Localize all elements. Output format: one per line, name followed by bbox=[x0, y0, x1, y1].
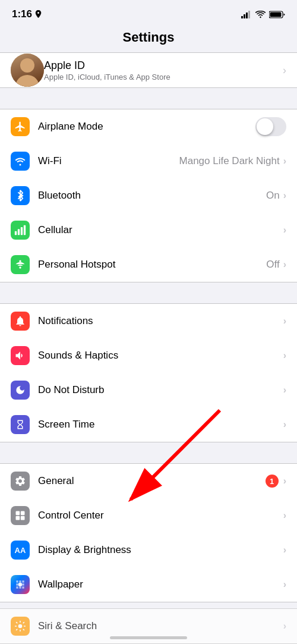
dnd-chevron: › bbox=[283, 385, 286, 395]
sounds-row[interactable]: Sounds & Haptics › bbox=[0, 338, 297, 373]
svg-rect-18 bbox=[16, 516, 20, 520]
svg-rect-19 bbox=[21, 516, 25, 520]
bluetooth-value: On bbox=[266, 190, 280, 202]
wallpaper-row[interactable]: Wallpaper › bbox=[0, 567, 297, 602]
sounds-icon-box bbox=[11, 346, 30, 365]
display-brightness-label: Display & Brightness bbox=[38, 544, 283, 556]
wifi-label: Wi-Fi bbox=[38, 155, 179, 167]
wallpaper-label: Wallpaper bbox=[38, 579, 283, 590]
cellular-row[interactable]: Cellular › bbox=[0, 213, 297, 247]
cellular-chevron: › bbox=[283, 225, 286, 235]
wallpaper-icon bbox=[14, 579, 26, 590]
screen-time-row[interactable]: Screen Time › bbox=[0, 407, 297, 442]
divider-1 bbox=[0, 88, 297, 109]
svg-point-13 bbox=[19, 266, 21, 268]
general-badge: 1 bbox=[266, 475, 279, 488]
notifications-icon-box bbox=[11, 312, 30, 331]
hotspot-value: Off bbox=[266, 259, 279, 271]
profile-subtitle: Apple ID, iCloud, iTunes & App Store bbox=[44, 73, 283, 81]
wifi-icon bbox=[255, 11, 266, 18]
hotspot-icon-box bbox=[11, 255, 30, 274]
sounds-icon bbox=[14, 350, 26, 362]
general-chevron: › bbox=[283, 476, 286, 486]
moon-icon bbox=[15, 385, 26, 395]
svg-point-5 bbox=[260, 16, 261, 17]
airplane-mode-row[interactable]: Airplane Mode bbox=[0, 109, 297, 144]
control-center-icon-box bbox=[11, 506, 30, 525]
airplane-mode-icon-box bbox=[11, 117, 30, 136]
general-icon-box bbox=[11, 472, 30, 491]
wifi-icon-box bbox=[11, 152, 30, 171]
hotspot-label: Personal Hotspot bbox=[38, 259, 266, 271]
home-indicator bbox=[110, 636, 187, 639]
location-icon bbox=[35, 10, 42, 18]
svg-rect-7 bbox=[270, 12, 282, 17]
wifi-chevron: › bbox=[283, 156, 286, 167]
wallpaper-icon-box bbox=[11, 575, 30, 594]
hotspot-chevron: › bbox=[283, 259, 286, 270]
bluetooth-icon bbox=[16, 190, 24, 202]
status-bar: 1:16 bbox=[0, 0, 297, 24]
battery-icon bbox=[269, 11, 285, 18]
wifi-settings-icon bbox=[14, 156, 26, 166]
cellular-label: Cellular bbox=[38, 224, 283, 236]
control-center-chevron: › bbox=[283, 510, 286, 521]
hotspot-icon bbox=[14, 259, 26, 271]
status-time: 1:16 bbox=[12, 8, 42, 20]
screen-time-chevron: › bbox=[283, 419, 286, 430]
screen-time-icon-box bbox=[11, 415, 30, 434]
svg-rect-17 bbox=[21, 511, 25, 516]
profile-row[interactable]: Apple ID Apple ID, iCloud, iTunes & App … bbox=[0, 53, 297, 87]
avatar bbox=[11, 54, 44, 87]
bluetooth-row[interactable]: Bluetooth On › bbox=[0, 178, 297, 213]
signal-icon bbox=[241, 11, 252, 18]
general-row[interactable]: General 1 › bbox=[0, 464, 297, 498]
sounds-label: Sounds & Haptics bbox=[38, 350, 283, 362]
airplane-mode-toggle[interactable] bbox=[255, 117, 286, 136]
hotspot-row[interactable]: Personal Hotspot Off › bbox=[0, 247, 297, 282]
dnd-row[interactable]: Do Not Disturb › bbox=[0, 373, 297, 407]
status-icons bbox=[241, 11, 285, 18]
wifi-row[interactable]: Wi-Fi Mango Life Dark Night › bbox=[0, 144, 297, 178]
wallpaper-chevron: › bbox=[283, 579, 286, 590]
dnd-label: Do Not Disturb bbox=[38, 384, 283, 396]
svg-rect-12 bbox=[24, 225, 26, 235]
profile-name: Apple ID bbox=[44, 59, 283, 72]
page-title: Settings bbox=[0, 24, 297, 52]
system-group: Notifications › Sounds & Haptics › Do No… bbox=[0, 303, 297, 442]
svg-rect-3 bbox=[246, 12, 248, 18]
dnd-icon-box bbox=[11, 381, 30, 400]
screen-time-label: Screen Time bbox=[38, 419, 283, 431]
control-center-icon bbox=[14, 510, 26, 522]
svg-point-0 bbox=[37, 12, 39, 14]
display-brightness-chevron: › bbox=[283, 545, 286, 555]
control-center-row[interactable]: Control Center › bbox=[0, 498, 297, 533]
time-display: 1:16 bbox=[12, 8, 32, 20]
svg-rect-1 bbox=[241, 16, 243, 18]
bluetooth-chevron: › bbox=[283, 190, 286, 201]
hourglass-icon bbox=[15, 419, 26, 431]
display-icon-box: AA bbox=[11, 541, 30, 560]
partial-icon-box bbox=[11, 617, 30, 636]
display-brightness-row[interactable]: AA Display & Brightness › bbox=[0, 533, 297, 567]
cellular-icon bbox=[14, 224, 26, 236]
partial-icon bbox=[14, 620, 26, 632]
general-label: General bbox=[38, 475, 266, 487]
svg-rect-16 bbox=[16, 511, 20, 516]
cellular-icon-box bbox=[11, 221, 30, 240]
notifications-row[interactable]: Notifications › bbox=[0, 304, 297, 338]
airplane-mode-label: Airplane Mode bbox=[38, 121, 255, 133]
svg-rect-10 bbox=[18, 229, 20, 235]
svg-point-20 bbox=[18, 583, 23, 587]
svg-rect-4 bbox=[248, 11, 250, 18]
profile-section[interactable]: Apple ID Apple ID, iCloud, iTunes & App … bbox=[0, 52, 297, 88]
svg-rect-11 bbox=[21, 227, 23, 235]
svg-point-14 bbox=[19, 260, 21, 262]
notifications-icon bbox=[14, 315, 26, 327]
display-group: General 1 › Control Center › AA Display … bbox=[0, 463, 297, 602]
sounds-chevron: › bbox=[283, 350, 286, 361]
wifi-value: Mango Life Dark Night bbox=[179, 155, 280, 167]
bluetooth-label: Bluetooth bbox=[38, 190, 266, 202]
profile-text: Apple ID Apple ID, iCloud, iTunes & App … bbox=[44, 59, 283, 81]
partial-chevron: › bbox=[283, 621, 286, 632]
